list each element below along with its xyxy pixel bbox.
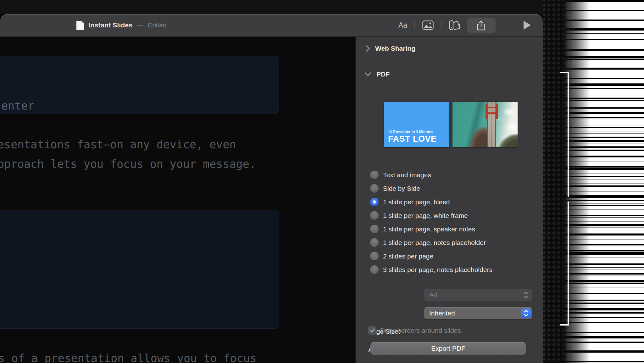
bridge-tower [486,104,498,119]
app-window: Instant Slides — Edited Aa [0,14,543,363]
pdf-label: PDF [376,71,390,78]
updown-chevrons-icon [524,309,528,317]
pdf-layout-option[interactable]: 1 slide per page, notes placeholder [370,236,492,249]
pdf-layout-option[interactable]: Side by Side [370,182,492,195]
section-divider [367,63,535,63]
title-separator: — [137,21,143,29]
window-title-group: Instant Slides — Edited [89,14,167,36]
draw-borders-row: Draw borders around slides [368,326,461,335]
draw-borders-checkbox [368,326,376,335]
window-drop-shadow [543,0,590,363]
export-panel: Web Sharing PDF iA Presenter in 3 Minute… [356,37,543,363]
present-button[interactable] [518,14,536,36]
editor-text-line: enter [1,99,34,112]
toolbar-separator [414,21,415,30]
chevron-down-icon [364,72,371,77]
window-title: Instant Slides [89,21,132,29]
share-button[interactable] [467,18,496,33]
radio-button[interactable] [370,265,379,274]
pdf-layout-option[interactable]: 1 slide per page, white frame [370,209,492,222]
titlebar: Instant Slides — Edited Aa [0,14,543,37]
pdf-layout-option[interactable]: 3 slides per page, notes placeholders [370,263,492,276]
insert-image-button[interactable] [419,14,437,36]
editor-pane[interactable]: enter esentations fast—on any device, ev… [0,37,356,363]
page-size-select: A4 [424,289,532,301]
editor-text-line: esentations fast—on any device, even [0,138,236,151]
toolbar-separator [441,21,442,30]
web-sharing-label: Web Sharing [375,45,415,52]
chevron-right-icon [366,45,370,52]
export-pdf-button[interactable]: Export PDF [370,342,526,355]
toolbar: Aa [348,14,543,36]
window-content: enter esentations fast—on any device, ev… [0,37,543,363]
top-shadow-noise [0,0,547,14]
theme-button[interactable] [445,14,465,36]
document-proxy-icon [76,21,84,30]
coastline [498,134,518,148]
editor-text-line: s of a presentation allows you to focus [0,352,257,363]
select-stepper[interactable] [521,309,531,318]
web-sharing-section-header[interactable]: Web Sharing [366,45,415,52]
radio-button[interactable] [370,252,379,260]
aspect-ratio-select[interactable]: Inherited [424,307,532,319]
color-swatches-icon [449,20,462,30]
radio-button[interactable] [370,198,379,206]
radio-button[interactable] [370,211,379,220]
slide-thumbnail-golden-gate-photo [452,102,518,147]
share-icon [477,20,485,31]
draw-borders-label: Draw borders around slides [380,327,461,334]
pdf-layout-option[interactable]: 2 slides per page [370,249,492,263]
radio-button[interactable] [370,238,379,247]
editor-text-line: pproach lets you focus on your message. [0,158,256,170]
pdf-layout-option[interactable]: 1 slide per page, speaker notes [370,222,492,236]
pdf-layout-option[interactable]: Text and images [370,168,492,182]
slide-title-text: FAST LOVE [388,134,437,144]
pdf-layout-options: Text and images Side by Side 1 slide per… [370,168,492,276]
radio-button[interactable] [370,171,379,179]
slide-thumbnail-title: iA Presenter in 3 Minutes FAST LOVE [384,102,449,147]
radio-button[interactable] [370,184,379,193]
screenshot-canvas: Instant Slides — Edited Aa [0,0,644,363]
play-icon [523,20,531,30]
slide-block [0,210,279,329]
radio-button[interactable] [370,225,379,233]
check-icon [370,328,375,333]
pdf-section-header[interactable]: PDF [364,71,390,78]
slide-block [0,56,279,114]
pdf-preview-thumbnails: iA Presenter in 3 Minutes FAST LOVE [384,102,518,147]
image-icon [422,20,434,30]
slide-kicker-text: iA Presenter in 3 Minutes [388,130,433,134]
pdf-layout-option[interactable]: 1 slide per page, bleed [370,195,492,209]
updown-chevrons-icon [524,291,528,299]
typography-button[interactable]: Aa [393,14,412,36]
edit-status: Edited [148,21,167,29]
